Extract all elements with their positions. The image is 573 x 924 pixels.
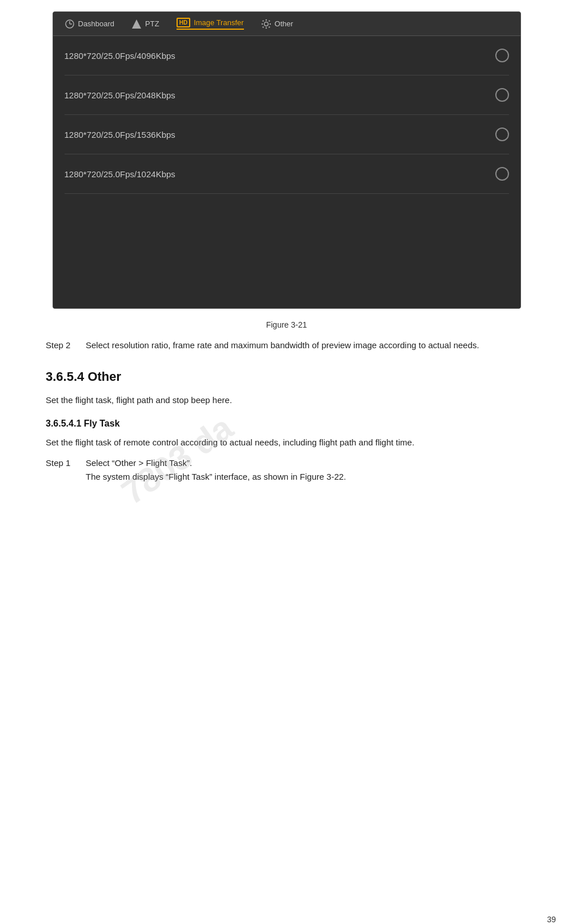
nav-item-other[interactable]: Other	[261, 19, 294, 29]
nav-item-ptz[interactable]: PTZ	[131, 19, 159, 29]
resolution-row-3[interactable]: 1280*720/25.0Fps/1536Kbps	[65, 115, 509, 154]
nav-label-other: Other	[275, 19, 294, 28]
nav-label-dashboard: Dashboard	[78, 19, 115, 28]
resolution-label-4: 1280*720/25.0Fps/1024Kbps	[65, 169, 175, 179]
subsection-3641-heading: 3.6.5.4.1 Fly Task	[46, 419, 527, 429]
svg-point-8	[269, 23, 270, 24]
radio-button-2[interactable]	[495, 88, 509, 102]
svg-point-4	[264, 22, 268, 26]
resolution-row-1[interactable]: 1280*720/25.0Fps/4096Kbps	[65, 36, 509, 75]
svg-marker-3	[132, 19, 141, 29]
hd-badge: HD	[177, 18, 190, 27]
radio-button-1[interactable]	[495, 49, 509, 62]
figure-caption: Figure 3-21	[46, 320, 527, 329]
step1-line1: Select “Other > Flight Task”.	[86, 458, 192, 468]
resolution-label-3: 1280*720/25.0Fps/1536Kbps	[65, 130, 175, 140]
svg-point-10	[269, 26, 270, 27]
doc-content: Figure 3-21 Step 2 Select resolution rat…	[0, 320, 573, 352]
gear-icon	[261, 19, 271, 29]
step1-text: Select “Other > Flight Task”. The system…	[86, 456, 527, 484]
nav-label-ptz: PTZ	[145, 19, 159, 28]
top-nav: Dashboard PTZ HD Image Transfer	[53, 12, 520, 36]
resolution-label-1: 1280*720/25.0Fps/4096Kbps	[65, 51, 175, 61]
svg-point-12	[262, 26, 263, 27]
svg-point-7	[261, 23, 262, 24]
nav-item-image-transfer[interactable]: HD Image Transfer	[177, 18, 244, 30]
ptz-icon	[131, 19, 142, 29]
step2-label: Step 2	[46, 338, 86, 352]
page-number: 39	[547, 915, 556, 924]
step1-line2: The system displays “Flight Task” interf…	[86, 472, 346, 481]
section-364-desc: Set the flight task, flight path and sto…	[46, 393, 527, 407]
resolution-list: 1280*720/25.0Fps/4096Kbps 1280*720/25.0F…	[53, 36, 520, 194]
resolution-label-2: 1280*720/25.0Fps/2048Kbps	[65, 90, 175, 100]
dashboard-icon	[65, 19, 75, 29]
svg-point-6	[265, 27, 266, 28]
section-364-heading: 3.6.5.4 Other	[0, 369, 573, 384]
resolution-row-4[interactable]: 1280*720/25.0Fps/1024Kbps	[65, 154, 509, 194]
svg-point-5	[265, 19, 266, 20]
step1-paragraph: Step 1 Select “Other > Flight Task”. The…	[46, 456, 527, 484]
radio-button-4[interactable]	[495, 167, 509, 181]
nav-label-image-transfer: Image Transfer	[194, 18, 243, 27]
svg-point-9	[262, 20, 263, 21]
subsection-3641-desc: Set the flight task of remote control ac…	[46, 436, 527, 449]
step2-text: Select resolution ratio, frame rate and …	[86, 338, 527, 352]
svg-point-11	[269, 20, 270, 21]
step2-paragraph: Step 2 Select resolution ratio, frame ra…	[46, 338, 527, 352]
screenshot-figure: Dashboard PTZ HD Image Transfer	[53, 11, 521, 309]
nav-item-dashboard[interactable]: Dashboard	[65, 19, 115, 29]
step1-block: Step 1 Select “Other > Flight Task”. The…	[0, 456, 573, 484]
resolution-row-2[interactable]: 1280*720/25.0Fps/2048Kbps	[65, 75, 509, 115]
radio-button-3[interactable]	[495, 128, 509, 141]
screenshot-empty-area	[53, 194, 520, 308]
step1-label: Step 1	[46, 456, 86, 484]
